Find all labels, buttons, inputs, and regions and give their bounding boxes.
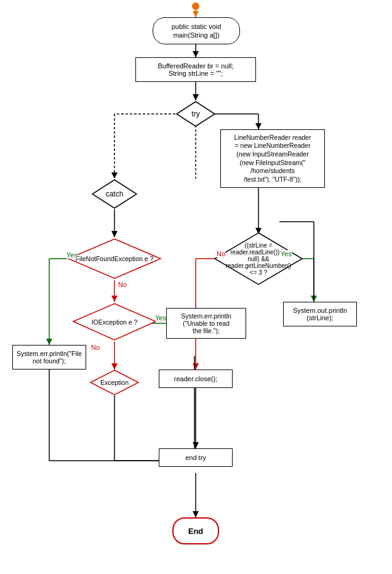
svg-marker-24 [193, 442, 199, 448]
io-exception-node: IOException e ? [71, 302, 158, 342]
catch-node: catch [91, 179, 138, 209]
svg-marker-29 [46, 339, 52, 345]
svg-marker-8 [255, 123, 262, 129]
exception-node: Exception [89, 368, 140, 397]
condition-node: ((strLine = reader.readLine()) != null) … [213, 231, 304, 286]
file-exception-yes-label: Yes [66, 251, 78, 259]
svg-marker-31 [111, 296, 118, 302]
end-node: End [172, 517, 219, 544]
start-node: public static void main(String a[]) [153, 17, 240, 44]
svg-marker-5 [193, 94, 199, 100]
condition-no-label: No [217, 250, 225, 257]
try-node: try [175, 100, 216, 127]
svg-marker-26 [111, 231, 118, 237]
file-exception-no-label: No [118, 281, 127, 288]
print-line-node: System.out.println (strLine); [283, 302, 357, 326]
flowchart-diagram: public static void main(String a[]) Buff… [0, 0, 392, 574]
svg-marker-1 [193, 11, 199, 17]
end-try-node: end try [159, 448, 233, 467]
connector-lines [0, 0, 392, 574]
sys-err-read-node: System.err.println ("Unable to read the … [166, 308, 246, 339]
svg-marker-42 [193, 511, 199, 517]
init-node: BufferedReader br = null; String strLine… [135, 57, 256, 82]
svg-marker-20 [311, 296, 317, 302]
svg-marker-11 [111, 172, 118, 179]
start-indicator [192, 2, 199, 10]
io-exception-yes-label: Yes [155, 314, 166, 321]
file-not-found-exception-node: FileNotFoundException e ? [66, 237, 162, 280]
sys-err-file-node: System.err.println("File not found"); [12, 345, 86, 370]
io-exception-no-label: No [91, 344, 100, 351]
condition-yes-label: Yes [281, 250, 292, 257]
line-reader-node: LineNumberReader reader = new LineNumber… [220, 129, 325, 188]
reader-close-node: reader.close(); [159, 370, 233, 388]
svg-marker-17 [193, 363, 199, 370]
svg-marker-3 [193, 51, 199, 57]
